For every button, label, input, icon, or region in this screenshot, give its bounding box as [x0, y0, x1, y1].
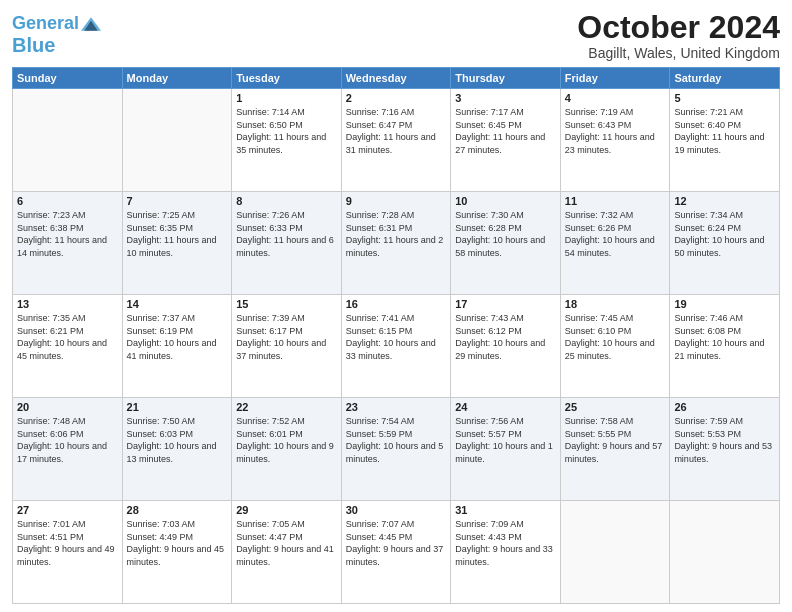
day-number: 20 [17, 401, 118, 413]
calendar-cell: 29Sunrise: 7:05 AM Sunset: 4:47 PM Dayli… [232, 501, 342, 604]
cell-info: Sunrise: 7:25 AM Sunset: 6:35 PM Dayligh… [127, 209, 228, 259]
calendar-cell: 25Sunrise: 7:58 AM Sunset: 5:55 PM Dayli… [560, 398, 670, 501]
day-number: 4 [565, 92, 666, 104]
cell-info: Sunrise: 7:26 AM Sunset: 6:33 PM Dayligh… [236, 209, 337, 259]
calendar-cell: 31Sunrise: 7:09 AM Sunset: 4:43 PM Dayli… [451, 501, 561, 604]
col-header-friday: Friday [560, 68, 670, 89]
cell-info: Sunrise: 7:59 AM Sunset: 5:53 PM Dayligh… [674, 415, 775, 465]
calendar-cell: 11Sunrise: 7:32 AM Sunset: 6:26 PM Dayli… [560, 192, 670, 295]
day-number: 13 [17, 298, 118, 310]
calendar-cell: 15Sunrise: 7:39 AM Sunset: 6:17 PM Dayli… [232, 295, 342, 398]
calendar-cell: 16Sunrise: 7:41 AM Sunset: 6:15 PM Dayli… [341, 295, 451, 398]
calendar-cell: 4Sunrise: 7:19 AM Sunset: 6:43 PM Daylig… [560, 89, 670, 192]
calendar-header-row: SundayMondayTuesdayWednesdayThursdayFrid… [13, 68, 780, 89]
day-number: 26 [674, 401, 775, 413]
calendar-cell: 27Sunrise: 7:01 AM Sunset: 4:51 PM Dayli… [13, 501, 123, 604]
col-header-monday: Monday [122, 68, 232, 89]
day-number: 16 [346, 298, 447, 310]
calendar-cell [670, 501, 780, 604]
day-number: 28 [127, 504, 228, 516]
calendar-cell: 2Sunrise: 7:16 AM Sunset: 6:47 PM Daylig… [341, 89, 451, 192]
cell-info: Sunrise: 7:30 AM Sunset: 6:28 PM Dayligh… [455, 209, 556, 259]
calendar-cell: 20Sunrise: 7:48 AM Sunset: 6:06 PM Dayli… [13, 398, 123, 501]
cell-info: Sunrise: 7:37 AM Sunset: 6:19 PM Dayligh… [127, 312, 228, 362]
calendar-cell: 7Sunrise: 7:25 AM Sunset: 6:35 PM Daylig… [122, 192, 232, 295]
calendar-cell: 28Sunrise: 7:03 AM Sunset: 4:49 PM Dayli… [122, 501, 232, 604]
cell-info: Sunrise: 7:09 AM Sunset: 4:43 PM Dayligh… [455, 518, 556, 568]
calendar-cell: 6Sunrise: 7:23 AM Sunset: 6:38 PM Daylig… [13, 192, 123, 295]
calendar-cell: 22Sunrise: 7:52 AM Sunset: 6:01 PM Dayli… [232, 398, 342, 501]
cell-info: Sunrise: 7:43 AM Sunset: 6:12 PM Dayligh… [455, 312, 556, 362]
day-number: 2 [346, 92, 447, 104]
day-number: 22 [236, 401, 337, 413]
cell-info: Sunrise: 7:14 AM Sunset: 6:50 PM Dayligh… [236, 106, 337, 156]
calendar-cell: 24Sunrise: 7:56 AM Sunset: 5:57 PM Dayli… [451, 398, 561, 501]
col-header-thursday: Thursday [451, 68, 561, 89]
cell-info: Sunrise: 7:45 AM Sunset: 6:10 PM Dayligh… [565, 312, 666, 362]
calendar-cell: 8Sunrise: 7:26 AM Sunset: 6:33 PM Daylig… [232, 192, 342, 295]
calendar-cell: 5Sunrise: 7:21 AM Sunset: 6:40 PM Daylig… [670, 89, 780, 192]
cell-info: Sunrise: 7:28 AM Sunset: 6:31 PM Dayligh… [346, 209, 447, 259]
page-container: General Blue October 2024 Bagillt, Wales… [0, 0, 792, 612]
day-number: 12 [674, 195, 775, 207]
col-header-tuesday: Tuesday [232, 68, 342, 89]
logo-blue: Blue [12, 34, 55, 56]
cell-info: Sunrise: 7:16 AM Sunset: 6:47 PM Dayligh… [346, 106, 447, 156]
cell-info: Sunrise: 7:19 AM Sunset: 6:43 PM Dayligh… [565, 106, 666, 156]
calendar-week-3: 13Sunrise: 7:35 AM Sunset: 6:21 PM Dayli… [13, 295, 780, 398]
calendar-cell: 17Sunrise: 7:43 AM Sunset: 6:12 PM Dayli… [451, 295, 561, 398]
logo: General Blue [12, 10, 101, 56]
location: Bagillt, Wales, United Kingdom [577, 45, 780, 61]
cell-info: Sunrise: 7:21 AM Sunset: 6:40 PM Dayligh… [674, 106, 775, 156]
cell-info: Sunrise: 7:17 AM Sunset: 6:45 PM Dayligh… [455, 106, 556, 156]
day-number: 23 [346, 401, 447, 413]
day-number: 6 [17, 195, 118, 207]
day-number: 11 [565, 195, 666, 207]
day-number: 30 [346, 504, 447, 516]
day-number: 7 [127, 195, 228, 207]
calendar-cell: 26Sunrise: 7:59 AM Sunset: 5:53 PM Dayli… [670, 398, 780, 501]
day-number: 15 [236, 298, 337, 310]
calendar-cell: 18Sunrise: 7:45 AM Sunset: 6:10 PM Dayli… [560, 295, 670, 398]
day-number: 17 [455, 298, 556, 310]
cell-info: Sunrise: 7:54 AM Sunset: 5:59 PM Dayligh… [346, 415, 447, 465]
cell-info: Sunrise: 7:05 AM Sunset: 4:47 PM Dayligh… [236, 518, 337, 568]
day-number: 3 [455, 92, 556, 104]
cell-info: Sunrise: 7:23 AM Sunset: 6:38 PM Dayligh… [17, 209, 118, 259]
cell-info: Sunrise: 7:34 AM Sunset: 6:24 PM Dayligh… [674, 209, 775, 259]
cell-info: Sunrise: 7:32 AM Sunset: 6:26 PM Dayligh… [565, 209, 666, 259]
day-number: 21 [127, 401, 228, 413]
day-number: 24 [455, 401, 556, 413]
calendar-cell: 12Sunrise: 7:34 AM Sunset: 6:24 PM Dayli… [670, 192, 780, 295]
cell-info: Sunrise: 7:46 AM Sunset: 6:08 PM Dayligh… [674, 312, 775, 362]
calendar-week-1: 1Sunrise: 7:14 AM Sunset: 6:50 PM Daylig… [13, 89, 780, 192]
col-header-sunday: Sunday [13, 68, 123, 89]
cell-info: Sunrise: 7:41 AM Sunset: 6:15 PM Dayligh… [346, 312, 447, 362]
cell-info: Sunrise: 7:35 AM Sunset: 6:21 PM Dayligh… [17, 312, 118, 362]
calendar-cell: 1Sunrise: 7:14 AM Sunset: 6:50 PM Daylig… [232, 89, 342, 192]
calendar-cell: 30Sunrise: 7:07 AM Sunset: 4:45 PM Dayli… [341, 501, 451, 604]
logo-text: General [12, 14, 79, 34]
cell-info: Sunrise: 7:52 AM Sunset: 6:01 PM Dayligh… [236, 415, 337, 465]
cell-info: Sunrise: 7:48 AM Sunset: 6:06 PM Dayligh… [17, 415, 118, 465]
col-header-wednesday: Wednesday [341, 68, 451, 89]
day-number: 18 [565, 298, 666, 310]
day-number: 31 [455, 504, 556, 516]
day-number: 1 [236, 92, 337, 104]
calendar-cell: 19Sunrise: 7:46 AM Sunset: 6:08 PM Dayli… [670, 295, 780, 398]
cell-info: Sunrise: 7:01 AM Sunset: 4:51 PM Dayligh… [17, 518, 118, 568]
calendar-cell: 14Sunrise: 7:37 AM Sunset: 6:19 PM Dayli… [122, 295, 232, 398]
calendar-week-2: 6Sunrise: 7:23 AM Sunset: 6:38 PM Daylig… [13, 192, 780, 295]
calendar-cell: 13Sunrise: 7:35 AM Sunset: 6:21 PM Dayli… [13, 295, 123, 398]
calendar-cell: 9Sunrise: 7:28 AM Sunset: 6:31 PM Daylig… [341, 192, 451, 295]
day-number: 29 [236, 504, 337, 516]
calendar-cell [13, 89, 123, 192]
logo-icon [81, 17, 101, 31]
day-number: 25 [565, 401, 666, 413]
header: General Blue October 2024 Bagillt, Wales… [12, 10, 780, 61]
day-number: 10 [455, 195, 556, 207]
calendar-cell: 21Sunrise: 7:50 AM Sunset: 6:03 PM Dayli… [122, 398, 232, 501]
col-header-saturday: Saturday [670, 68, 780, 89]
day-number: 8 [236, 195, 337, 207]
calendar-cell [560, 501, 670, 604]
